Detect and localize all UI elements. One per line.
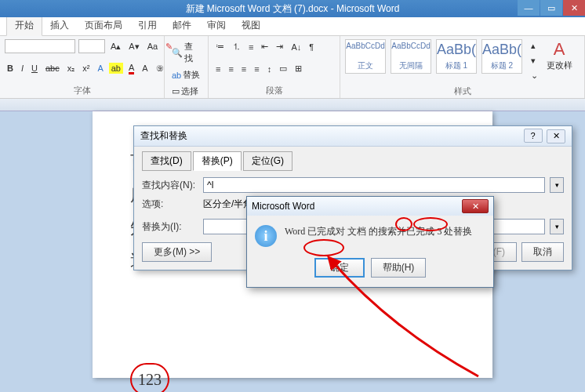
style-nospacing[interactable]: AaBbCcDd 无间隔 (391, 39, 431, 74)
tab-review[interactable]: 审阅 (199, 16, 234, 35)
tab-insert[interactable]: 插入 (42, 16, 77, 35)
subscript-button[interactable]: x₂ (65, 62, 78, 75)
line-spacing-icon[interactable]: ↕ (265, 63, 274, 75)
messagebox-close-icon[interactable]: ✕ (462, 199, 489, 213)
highlight-icon[interactable]: ab (109, 63, 123, 74)
find-input[interactable] (203, 177, 545, 193)
italic-button[interactable]: I (19, 62, 26, 74)
align-right-icon[interactable]: ≡ (239, 63, 249, 75)
char-border-icon[interactable]: A (140, 62, 150, 74)
dialog-help-icon[interactable]: ? (524, 129, 543, 143)
replace-button[interactable]: ab 替换 (169, 67, 203, 82)
find-dropdown-icon[interactable]: ▾ (550, 177, 564, 193)
font-family-select[interactable] (5, 39, 75, 53)
group-styles-label: 样式 (345, 84, 580, 97)
select-button[interactable]: ▭ 选择 (169, 84, 203, 99)
change-styles-button[interactable]: A 更改样 (543, 39, 575, 71)
more-button[interactable]: 更多(M) >> (142, 242, 212, 262)
style-normal[interactable]: AaBbCcDd 正文 (345, 39, 386, 74)
group-font: A▴ A▾ Aa ✎ B I U abc x₂ x² A ab A A ⑨ 字体 (0, 36, 165, 98)
messagebox-title: Microsoft Word (252, 201, 314, 212)
replace-label: 替换为(I): (142, 220, 198, 234)
indent-inc-icon[interactable]: ⇥ (274, 40, 285, 53)
group-edit: 🔍 查找 ab 替换 ▭ 选择 编辑 (165, 36, 209, 98)
dialog-titlebar[interactable]: 查找和替换 ? ✕ (134, 126, 572, 147)
borders-icon[interactable]: ⊞ (292, 62, 304, 75)
change-case-icon[interactable]: Aa (145, 40, 160, 53)
close-button[interactable]: ✕ (563, 0, 585, 16)
bold-button[interactable]: B (5, 62, 16, 74)
underline-button[interactable]: U (29, 62, 40, 74)
minimize-button[interactable]: — (518, 0, 540, 16)
align-center-icon[interactable]: ≡ (226, 63, 235, 75)
ruler[interactable] (0, 99, 585, 111)
options-label: 选项: (142, 198, 198, 211)
tab-find[interactable]: 查找(D) (142, 151, 191, 171)
text-effects-icon[interactable]: A (95, 62, 105, 74)
tab-view[interactable]: 视图 (234, 16, 268, 35)
tab-mailings[interactable]: 邮件 (165, 16, 199, 35)
superscript-button[interactable]: x² (80, 62, 92, 74)
group-font-label: 字体 (5, 83, 159, 96)
tab-references[interactable]: 引用 (130, 16, 165, 35)
messagebox-titlebar[interactable]: Microsoft Word ✕ (247, 197, 493, 216)
shading-icon[interactable]: ▭ (277, 62, 289, 75)
styles-scroll-down-icon[interactable]: ▾ (529, 54, 540, 67)
messagebox: Microsoft Word ✕ i Word 已完成对 文档 的搜索并已完成 … (246, 196, 494, 288)
styles-expand-icon[interactable]: ⌄ (529, 69, 540, 82)
annotated-number: 123 (130, 363, 169, 392)
grow-font-icon[interactable]: A▴ (108, 40, 123, 53)
group-styles: AaBbCcDd 正文 AaBbCcDd 无间隔 AaBb( 标题 1 AaBb… (340, 36, 585, 98)
info-icon: i (255, 225, 277, 247)
cancel-button[interactable]: 取消 (521, 242, 564, 262)
find-label: 查找内容(N): (142, 179, 198, 192)
group-paragraph: ≔ ⒈ ≡ ⇤ ⇥ A↓ ¶ ≡ ≡ ≡ ≡ ↕ ▭ ⊞ 段落 (209, 36, 340, 98)
find-button[interactable]: 🔍 查找 (169, 39, 203, 66)
dialog-tabs: 查找(D) 替换(P) 定位(G) (142, 151, 564, 171)
font-size-select[interactable] (78, 39, 105, 53)
indent-dec-icon[interactable]: ⇤ (259, 40, 271, 53)
multilevel-icon[interactable]: ≡ (246, 41, 256, 53)
dialog-title: 查找和替换 (140, 129, 187, 143)
tab-home[interactable]: 开始 (6, 15, 42, 36)
numbering-icon[interactable]: ⒈ (230, 39, 243, 54)
messagebox-text: Word 已完成对 文档 的搜索并已完成 3 处替换 (285, 225, 472, 238)
window-controls: — ▭ ✕ (517, 0, 585, 16)
style-heading1[interactable]: AaBb( 标题 1 (436, 39, 477, 74)
align-left-icon[interactable]: ≡ (213, 63, 223, 75)
group-para-label: 段落 (213, 83, 335, 96)
align-justify-icon[interactable]: ≡ (252, 63, 261, 75)
show-marks-icon[interactable]: ¶ (307, 41, 316, 53)
bullets-icon[interactable]: ≔ (213, 40, 227, 53)
window-title: 新建 Microsoft Word 文档 (7).docx - Microsof… (186, 2, 400, 16)
strike-button[interactable]: abc (43, 62, 62, 74)
sort-icon[interactable]: A↓ (289, 41, 303, 53)
help-button[interactable]: 帮助(H) (371, 258, 427, 278)
styles-scroll-up-icon[interactable]: ▴ (529, 39, 540, 53)
font-color-icon[interactable]: A (126, 61, 136, 76)
maximize-button[interactable]: ▭ (540, 0, 562, 16)
dialog-close-icon[interactable]: ✕ (547, 129, 565, 143)
style-heading2[interactable]: AaBb( 标题 2 (481, 39, 522, 74)
ribbon-tabs: 开始 插入 页面布局 引用 邮件 审阅 视图 (0, 17, 585, 36)
ribbon: A▴ A▾ Aa ✎ B I U abc x₂ x² A ab A A ⑨ 字体… (0, 36, 585, 99)
replace-dropdown-icon[interactable]: ▾ (550, 219, 564, 234)
shrink-font-icon[interactable]: A▾ (126, 40, 141, 53)
options-value: 区分全/半角 (203, 198, 253, 211)
tab-layout[interactable]: 页面布局 (77, 16, 130, 35)
tab-goto[interactable]: 定位(G) (243, 151, 292, 171)
ok-button[interactable]: 确定 (314, 258, 365, 278)
titlebar: 新建 Microsoft Word 文档 (7).docx - Microsof… (0, 0, 585, 17)
tab-replace[interactable]: 替换(P) (193, 151, 242, 171)
